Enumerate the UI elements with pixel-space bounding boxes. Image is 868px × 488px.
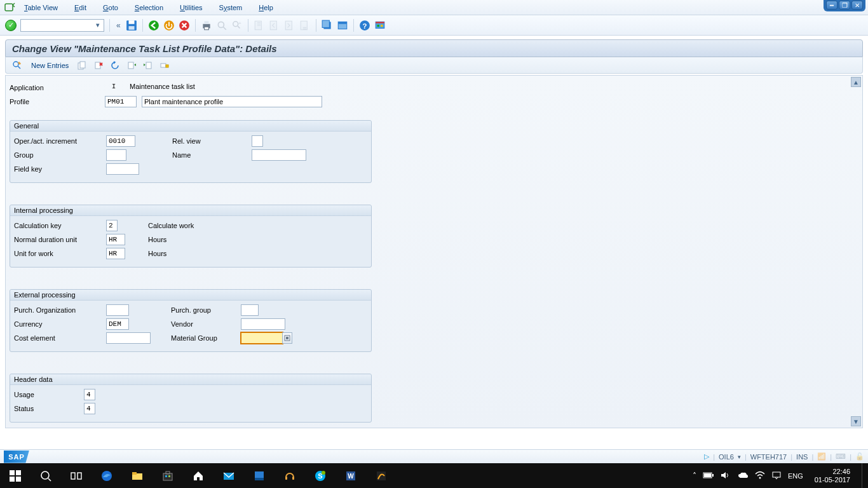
purch-org-input[interactable] [106,304,129,316]
svg-rect-25 [376,22,384,28]
tray-action-center-icon[interactable] [771,471,782,481]
dur-unit-input[interactable] [106,234,125,245]
copy-as-icon[interactable] [75,60,89,71]
profile-desc[interactable] [142,96,322,107]
exit-icon[interactable] [163,20,175,31]
close-button[interactable]: ✕ [851,1,863,10]
delete-icon[interactable] [92,60,105,71]
usage-input[interactable] [84,389,95,400]
home-icon[interactable] [183,463,214,488]
sap-logo: SAP [4,451,29,463]
show-desktop[interactable] [862,463,865,488]
calc-key-input[interactable] [106,220,118,231]
print-icon[interactable] [201,20,212,31]
menu-table-view[interactable]: Table View [23,3,59,13]
tray-lang[interactable]: ENG [788,472,803,480]
status-keyboard-icon[interactable]: ⌨ [836,452,846,461]
svg-point-23 [360,20,370,30]
status-signal-icon: 📶 [817,452,826,461]
purch-org-label: Purch. Organization [14,306,106,314]
menu-selection[interactable]: Selection [133,3,165,13]
menu-utilities[interactable]: Utilities [179,3,203,13]
new-session-icon[interactable] [322,20,333,31]
svg-rect-61 [285,477,287,480]
tray-clock[interactable]: 22:46 01-05-2017 [810,468,855,484]
menu-help[interactable]: Help [257,3,275,13]
sap-command-icon[interactable] [4,2,15,13]
cancel-icon[interactable] [179,20,190,31]
mail-icon[interactable] [214,463,244,488]
status-system-dd[interactable]: ▾ [738,454,741,460]
help-icon[interactable]: ? [359,20,370,31]
menu-edit[interactable]: Edit [73,3,88,13]
skype-icon[interactable]: S [305,463,336,488]
file-explorer-icon[interactable] [122,463,153,488]
status-label: Status [14,405,84,412]
edge-icon[interactable] [92,463,122,488]
dur-unit-label: Normal duration unit [14,236,106,243]
word-icon[interactable]: W [336,463,366,488]
enter-button[interactable]: ✓ [5,20,17,31]
back-icon[interactable] [148,20,159,31]
svg-point-10 [218,22,224,27]
tray-wifi-icon[interactable] [755,471,765,481]
svg-rect-27 [377,24,379,26]
search-button[interactable] [31,463,61,488]
oper-increment-input[interactable] [106,135,135,147]
minimize-button[interactable]: ━ [826,1,837,10]
store-icon[interactable] [153,463,183,488]
mat-group-f4-button[interactable] [282,332,292,344]
scroll-down[interactable]: ▼ [851,416,861,426]
name-input[interactable] [252,149,306,161]
transport-icon[interactable] [158,60,172,71]
tray-battery-icon[interactable] [703,471,714,480]
vendor-input[interactable] [241,318,285,330]
rel-view-input[interactable] [252,135,263,147]
profile-value[interactable] [105,96,137,107]
svg-rect-38 [161,64,166,67]
command-dropdown-icon[interactable]: ▾ [93,21,102,30]
field-key-input[interactable] [106,163,139,175]
undo-icon[interactable] [108,60,122,71]
start-button[interactable] [0,463,31,488]
svg-rect-20 [322,20,329,27]
maximize-button[interactable]: ❐ [839,1,850,10]
purch-group-input[interactable] [241,304,259,316]
cost-elem-input[interactable] [106,332,151,344]
svg-rect-71 [704,473,711,477]
tray-volume-icon[interactable] [721,471,731,481]
svg-point-29 [13,62,18,67]
shortcut-icon[interactable] [337,20,348,31]
new-entries-button[interactable]: New Entries [27,60,72,71]
save-icon[interactable] [126,20,137,31]
group-input[interactable] [106,149,126,161]
page-title: Change View "Maintenance Task List Profi… [5,39,863,57]
svg-point-5 [164,20,174,30]
collapse-toolbar-icon[interactable]: « [115,21,122,30]
previous-entry-icon[interactable] [125,60,139,71]
svg-rect-70 [712,474,714,477]
field-key-label: Field key [14,165,106,173]
status-triangle-icon[interactable]: ▷ [704,452,709,461]
tray-onedrive-icon[interactable] [737,471,749,480]
layout-icon[interactable] [374,20,386,31]
tray-chevron-icon[interactable]: ˄ [693,471,696,480]
scroll-up[interactable]: ▲ [851,77,861,87]
status-input[interactable] [84,403,95,414]
task-view-button[interactable] [61,463,92,488]
work-unit-input[interactable] [106,248,125,259]
menu-goto[interactable]: Goto [102,3,119,13]
command-field[interactable]: ▾ [20,19,104,32]
sap-status-bar: SAP ▷ | OIL6 ▾ | WFTEH717 | INS | 📶 | ⌨ … [0,449,868,463]
svg-rect-55 [165,475,167,477]
app-icon-blue[interactable] [244,463,275,488]
mat-group-input[interactable] [241,332,283,344]
status-lock-icon[interactable]: 🔓 [855,452,864,461]
sap-logon-icon[interactable] [366,463,397,488]
menu-system[interactable]: System [218,3,244,13]
headphones-icon[interactable] [275,463,305,488]
change-display-icon[interactable] [10,60,25,71]
cost-elem-label: Cost element [14,334,106,342]
currency-input[interactable] [106,318,129,330]
next-entry-icon[interactable] [141,60,155,71]
